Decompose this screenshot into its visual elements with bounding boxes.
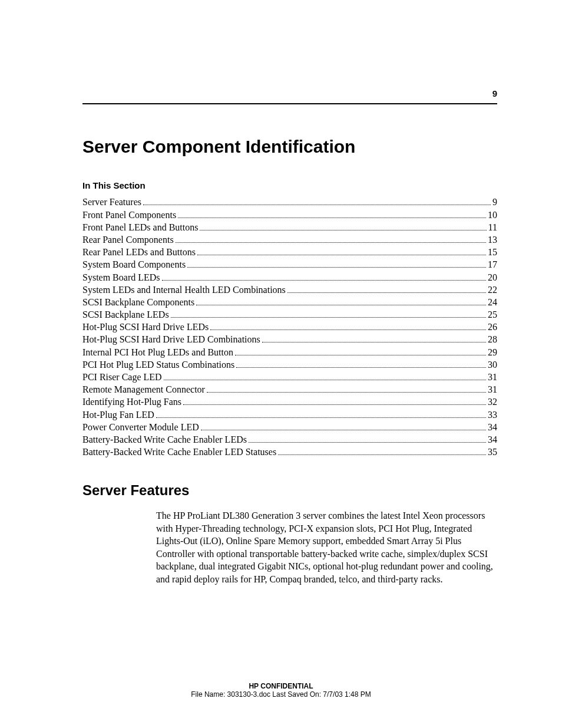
toc-leader-dots: [162, 271, 486, 280]
toc-leader-dots: [236, 358, 486, 367]
toc-leader-dots: [197, 246, 486, 255]
toc-entry-title: Hot-Plug SCSI Hard Drive LEDs: [82, 321, 209, 334]
section-heading: Server Features: [82, 482, 497, 499]
toc-entry-title: Server Features: [82, 196, 141, 209]
toc-leader-dots: [196, 297, 486, 305]
toc-leader-dots: [287, 284, 486, 292]
toc-entry-title: Hot-Plug SCSI Hard Drive LED Combination…: [82, 334, 260, 346]
toc-leader-dots: [235, 346, 486, 355]
toc-entry-page: 33: [488, 409, 497, 421]
toc-leader-dots: [187, 259, 486, 268]
toc-row[interactable]: Server Features9: [82, 196, 497, 209]
chapter-title: Server Component Identification: [82, 137, 497, 157]
toc-row[interactable]: Power Converter Module LED34: [82, 421, 497, 433]
table-of-contents: Server Features9Front Panel Components10…: [82, 196, 497, 459]
toc-entry-title: SCSI Backplane Components: [82, 297, 194, 309]
toc-entry-page: 10: [488, 209, 497, 222]
toc-entry-page: 34: [488, 434, 497, 446]
toc-entry-title: Identifying Hot-Plug Fans: [82, 396, 181, 409]
toc-entry-title: System Board LEDs: [82, 272, 160, 284]
toc-entry-page: 22: [488, 284, 497, 297]
toc-entry-title: Remote Management Connector: [82, 384, 205, 396]
toc-leader-dots: [164, 371, 486, 380]
toc-entry-title: Internal PCI Hot Plug LEDs and Button: [82, 347, 233, 359]
toc-row[interactable]: Rear Panel LEDs and Buttons15: [82, 246, 497, 259]
toc-entry-page: 13: [488, 234, 497, 246]
toc-row[interactable]: Internal PCI Hot Plug LEDs and Button29: [82, 346, 497, 358]
toc-row[interactable]: Front Panel Components10: [82, 209, 497, 221]
in-this-section-label: In This Section: [82, 180, 497, 190]
toc-row[interactable]: Remote Management Connector31: [82, 384, 497, 396]
toc-entry-page: 34: [488, 421, 497, 434]
toc-row[interactable]: PCI Riser Cage LED31: [82, 371, 497, 384]
toc-row[interactable]: Hot-Plug Fan LED33: [82, 409, 497, 421]
toc-leader-dots: [156, 409, 486, 417]
toc-entry-page: 15: [488, 246, 497, 259]
toc-entry-page: 11: [488, 222, 497, 234]
toc-row[interactable]: SCSI Backplane LEDs25: [82, 309, 497, 321]
toc-entry-page: 24: [488, 297, 497, 309]
toc-entry-title: Front Panel Components: [82, 209, 176, 222]
page-footer: HP CONFIDENTIAL File Name: 303130-3.doc …: [0, 682, 562, 699]
toc-entry-page: 20: [488, 272, 497, 284]
toc-entry-title: PCI Riser Cage LED: [82, 371, 162, 384]
toc-entry-page: 29: [488, 347, 497, 359]
footer-fileinfo: File Name: 303130-3.doc Last Saved On: 7…: [0, 690, 562, 699]
toc-leader-dots: [210, 321, 486, 330]
toc-row[interactable]: Rear Panel Components13: [82, 234, 497, 246]
toc-entry-page: 25: [488, 309, 497, 321]
toc-leader-dots: [183, 396, 486, 405]
toc-leader-dots: [176, 234, 486, 243]
toc-entry-title: System Board Components: [82, 259, 186, 271]
toc-entry-title: Battery-Backed Write Cache Enabler LED S…: [82, 446, 276, 459]
toc-row[interactable]: Battery-Backed Write Cache Enabler LEDs3…: [82, 434, 497, 446]
toc-entry-page: 9: [492, 196, 497, 209]
toc-leader-dots: [207, 384, 486, 393]
toc-entry-title: Hot-Plug Fan LED: [82, 409, 154, 421]
toc-entry-title: Battery-Backed Write Cache Enabler LEDs: [82, 434, 247, 446]
toc-row[interactable]: System Board LEDs20: [82, 271, 497, 284]
toc-entry-page: 26: [488, 321, 497, 334]
toc-entry-page: 30: [488, 359, 497, 371]
toc-entry-title: Rear Panel LEDs and Buttons: [82, 246, 196, 259]
toc-entry-title: SCSI Backplane LEDs: [82, 309, 169, 321]
toc-entry-title: Rear Panel Components: [82, 234, 174, 246]
toc-row[interactable]: Front Panel LEDs and Buttons11: [82, 221, 497, 233]
footer-confidential: HP CONFIDENTIAL: [0, 682, 562, 690]
toc-leader-dots: [278, 446, 486, 455]
toc-entry-page: 32: [488, 396, 497, 409]
toc-entry-page: 28: [488, 334, 497, 346]
toc-row[interactable]: Battery-Backed Write Cache Enabler LED S…: [82, 446, 497, 459]
toc-row[interactable]: Hot-Plug SCSI Hard Drive LED Combination…: [82, 334, 497, 346]
section-body-text: The HP ProLiant DL380 Generation 3 serve…: [156, 509, 497, 586]
toc-row[interactable]: System LEDs and Internal Health LED Comb…: [82, 284, 497, 296]
toc-entry-page: 31: [488, 371, 497, 384]
toc-entry-title: PCI Hot Plug LED Status Combinations: [82, 359, 234, 371]
toc-entry-title: System LEDs and Internal Health LED Comb…: [82, 284, 286, 297]
toc-row[interactable]: Identifying Hot-Plug Fans32: [82, 396, 497, 409]
toc-leader-dots: [201, 421, 486, 430]
toc-leader-dots: [143, 196, 491, 205]
toc-leader-dots: [262, 334, 486, 342]
toc-entry-title: Power Converter Module LED: [82, 421, 199, 434]
toc-leader-dots: [249, 434, 486, 443]
toc-leader-dots: [200, 221, 486, 230]
toc-entry-title: Front Panel LEDs and Buttons: [82, 222, 198, 234]
toc-row[interactable]: Hot-Plug SCSI Hard Drive LEDs26: [82, 321, 497, 334]
toc-entry-page: 35: [488, 446, 497, 459]
document-page: 9 Server Component Identification In Thi…: [0, 0, 562, 728]
toc-row[interactable]: SCSI Backplane Components24: [82, 297, 497, 309]
toc-entry-page: 31: [488, 384, 497, 396]
toc-row[interactable]: System Board Components17: [82, 259, 497, 271]
page-number: 9: [82, 88, 497, 104]
toc-leader-dots: [178, 209, 486, 218]
toc-row[interactable]: PCI Hot Plug LED Status Combinations30: [82, 358, 497, 371]
toc-entry-page: 17: [488, 259, 497, 271]
toc-leader-dots: [171, 309, 486, 318]
